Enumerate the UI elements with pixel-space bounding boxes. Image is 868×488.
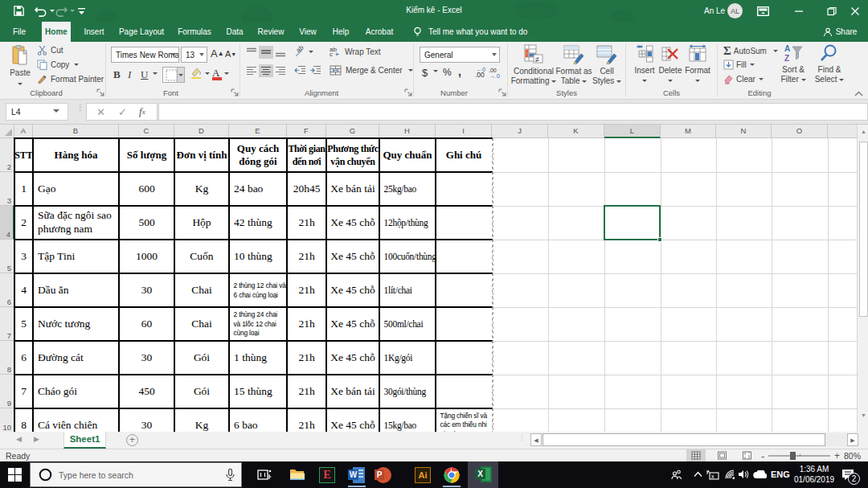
svg-text:Z: Z	[784, 54, 789, 63]
svg-text:→.0: →.0	[489, 73, 500, 79]
svg-text:ab: ab	[295, 45, 305, 54]
svg-text:x: x	[711, 474, 714, 479]
svg-text:.00: .00	[489, 68, 497, 73]
svg-text:c: c	[330, 51, 333, 57]
svg-text:≠: ≠	[535, 55, 539, 64]
svg-text:←0: ←0	[477, 67, 485, 72]
svg-text:A: A	[784, 44, 790, 53]
